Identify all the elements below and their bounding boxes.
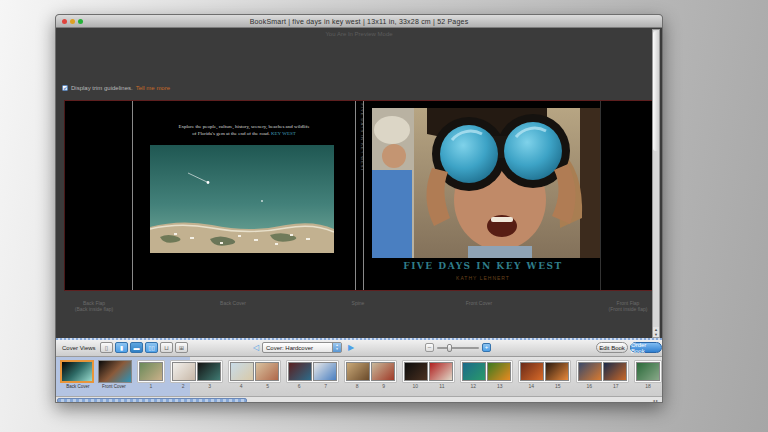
cover-type-value: Cover: Hardcover — [263, 345, 332, 351]
thumbnail-label-row: 18 — [634, 383, 662, 390]
vertical-scrollbar-arrows[interactable]: ▲▼ — [653, 327, 659, 337]
horizontal-scrollbar-thumb[interactable] — [57, 398, 247, 403]
thumbnail-16[interactable] — [578, 362, 602, 381]
grid-view-button[interactable]: ⊞ — [175, 342, 188, 353]
thumbnail-back-cover[interactable] — [60, 360, 94, 383]
title-bar[interactable]: BookSmart | five days in key west | 13x1… — [56, 15, 662, 28]
back-flap-area[interactable] — [65, 101, 133, 290]
next-page-arrow[interactable]: ▶ — [348, 343, 354, 352]
guidelines-checkbox[interactable]: ✓ — [62, 85, 68, 91]
thumbnail-12[interactable] — [462, 362, 486, 381]
close-window-icon[interactable] — [62, 19, 67, 24]
section-label-spine: Spine — [352, 300, 365, 306]
thumbnail-label-row: 1415 — [518, 383, 571, 390]
thumbnail-5[interactable] — [255, 362, 279, 381]
thumbnail-label-row: 89 — [344, 383, 397, 390]
book-view-button[interactable]: ⊔ — [160, 342, 173, 353]
thumbnail-label: 3 — [208, 383, 211, 390]
cover-author[interactable]: KATHY LEHNERT — [364, 275, 602, 281]
cover-spread[interactable]: Explore the people, culture, history, sc… — [64, 100, 656, 291]
thumbnail-card — [518, 360, 571, 383]
thumbnail-label: 2 — [182, 383, 185, 390]
cover-title[interactable]: FIVE DAYS IN KEY WEST — [364, 261, 602, 272]
thumbnail-card — [576, 360, 629, 383]
back-cover-page[interactable]: Explore the people, culture, history, sc… — [133, 101, 355, 290]
section-label-back-flap: Back Flap(Back inside flap) — [75, 300, 113, 312]
view-mode-buttons: ▯ ▮ ▬ ▯▯ ⊔ ⊞ — [100, 342, 188, 353]
thumbnail-1[interactable] — [139, 362, 163, 381]
thumbnail-13[interactable] — [487, 362, 511, 381]
thumbnail-17[interactable] — [603, 362, 627, 381]
zoom-slider-thumb[interactable] — [447, 344, 452, 352]
thumbnail-row: Back CoverFront Cover1234567891011121314… — [60, 360, 662, 390]
order-book-button[interactable]: Order Book — [630, 342, 662, 353]
zoom-slider-track[interactable] — [437, 347, 479, 349]
facing-view-button[interactable]: ▯▯ — [145, 342, 158, 353]
cover-type-stepper-icon[interactable]: ▲▼ — [332, 343, 341, 352]
spread-view-button[interactable]: ▮ — [115, 342, 128, 353]
thumbnail-label: Back Cover — [66, 383, 89, 390]
front-cover-page[interactable]: FIVE DAYS IN KEY WEST KATHY LEHNERT — [364, 101, 602, 290]
full-spread-view-button[interactable]: ▬ — [130, 342, 143, 353]
cover-toolbar: Cover Views ▯ ▮ ▬ ▯▯ ⊔ ⊞ ◁ Cover: Hardco… — [56, 338, 662, 357]
thumbnail-7[interactable] — [313, 362, 337, 381]
page-thumbnail-strip: Back CoverFront Cover1234567891011121314… — [56, 357, 662, 396]
thumbnail-label: 7 — [324, 383, 327, 390]
zoom-out-button[interactable]: – — [425, 343, 434, 352]
aerial-island-photo[interactable] — [150, 145, 334, 253]
thumbnail-card — [402, 360, 455, 383]
thumbnail-label: 16 — [586, 383, 592, 390]
thumbnail-card — [344, 360, 397, 383]
thumbnail-11[interactable] — [429, 362, 453, 381]
back-cover-blurb[interactable]: Explore the people, culture, history, sc… — [133, 123, 355, 137]
thumbnail-label: 5 — [266, 383, 269, 390]
thumbnail-6[interactable] — [288, 362, 312, 381]
cover-thumbnail-group: Back CoverFront Cover — [60, 360, 132, 390]
vertical-scrollbar-thumb[interactable] — [653, 31, 659, 151]
thumbnail-card — [60, 360, 132, 383]
thumbnail-card — [170, 360, 223, 383]
guidelines-label: Display trim guidelines. — [71, 85, 133, 91]
thumbnail-label: 18 — [645, 383, 651, 390]
thumbnail-18[interactable] — [636, 362, 660, 381]
thumbnail-label: Front Cover — [102, 383, 126, 390]
thumbnail-10[interactable] — [404, 362, 428, 381]
thumbnail-label: 8 — [356, 383, 359, 390]
guidelines-toggle-row: ✓ Display trim guidelines. Tell me more — [62, 85, 170, 91]
thumbnail-front-cover[interactable] — [98, 360, 132, 383]
thumbnail-label: 17 — [613, 383, 619, 390]
thumbnail-label: 4 — [240, 383, 243, 390]
thumbnail-label-row: 1 — [137, 383, 165, 390]
thumbnail-8[interactable] — [346, 362, 370, 381]
page-spread-card: 1011 — [402, 360, 455, 390]
thumbnail-label: 10 — [413, 383, 419, 390]
thumbnail-9[interactable] — [371, 362, 395, 381]
tell-me-more-link[interactable]: Tell me more — [136, 85, 170, 91]
horizontal-scrollbar-arrows[interactable]: ◂ ▸ — [653, 398, 658, 403]
thumbnail-4[interactable] — [230, 362, 254, 381]
thumbnail-label: 11 — [439, 383, 444, 390]
thumbnail-2[interactable] — [172, 362, 196, 381]
thumbnail-label-row: 45 — [228, 383, 281, 390]
previous-page-arrow[interactable]: ◁ — [253, 343, 259, 352]
thumbnail-card — [634, 360, 662, 383]
page-spread-card: 67 — [286, 360, 339, 390]
zoom-in-button[interactable]: + — [482, 343, 491, 352]
minimize-window-icon[interactable] — [70, 19, 75, 24]
thumbnail-card — [286, 360, 339, 383]
thumbnail-14[interactable] — [520, 362, 544, 381]
front-flap-area[interactable] — [600, 101, 655, 290]
vertical-scrollbar[interactable]: ▲▼ — [652, 29, 660, 338]
binoculars-boy-photo[interactable] — [372, 108, 600, 258]
cover-type-select[interactable]: Cover: Hardcover ▲▼ — [262, 342, 342, 353]
edit-book-button[interactable]: Edit Book — [596, 342, 628, 353]
zoom-window-icon[interactable] — [78, 19, 83, 24]
thumbnail-15[interactable] — [545, 362, 569, 381]
thumbnail-card — [228, 360, 281, 383]
spine-area[interactable]: FIVE DAYS IN KEY WEST — [355, 101, 364, 290]
thumbnail-3[interactable] — [197, 362, 221, 381]
page-spread-card: 18 — [634, 360, 662, 390]
single-page-view-button[interactable]: ▯ — [100, 342, 113, 353]
horizontal-scrollbar[interactable]: ◂ ▸ — [56, 396, 662, 403]
booksmart-window: BookSmart | five days in key west | 13x1… — [55, 14, 663, 403]
